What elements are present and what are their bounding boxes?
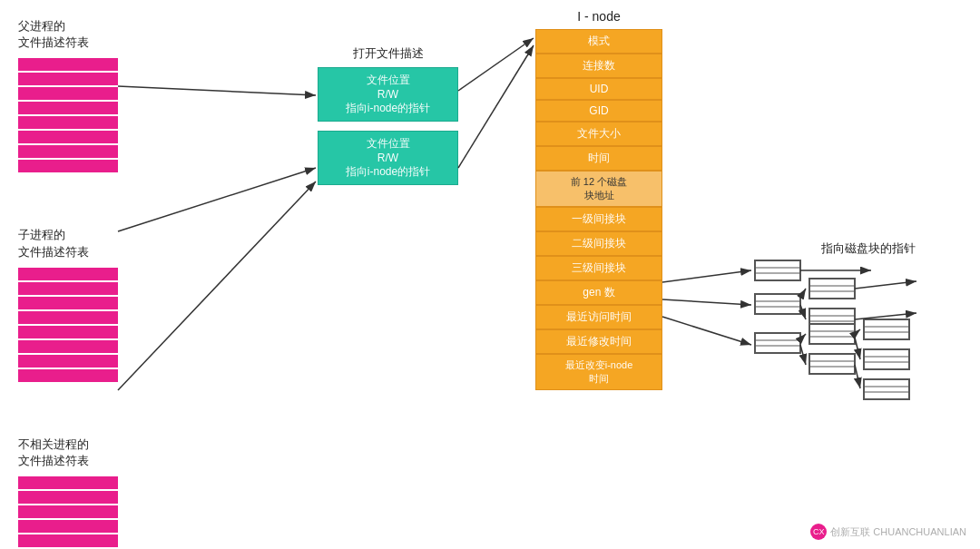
svg-rect-18 xyxy=(809,354,855,374)
svg-line-35 xyxy=(458,45,534,168)
child-fd-label: 子进程的文件描述符表 xyxy=(18,227,89,260)
fd-row xyxy=(18,311,118,324)
fd-row xyxy=(18,131,118,143)
svg-line-36 xyxy=(662,270,751,282)
disk-block-level2a xyxy=(753,292,808,321)
fd-row xyxy=(18,491,118,504)
disk-block-level3-sub1 xyxy=(808,322,862,351)
svg-line-38 xyxy=(662,317,751,345)
svg-rect-6 xyxy=(809,279,855,299)
inode-modify-time: 最近修改时间 xyxy=(535,329,662,354)
fd-row xyxy=(18,505,118,518)
disk-pointer-label: 指向磁盘块的指针 xyxy=(821,240,916,257)
open-file-section: 打开文件描述 文件位置 R/W 指向i-node的指针 文件位置 R/W 指向i… xyxy=(318,45,458,185)
unrelated-fd-table xyxy=(18,476,118,549)
svg-rect-27 xyxy=(864,379,909,399)
fd-row xyxy=(18,102,118,114)
svg-rect-24 xyxy=(864,349,909,369)
svg-rect-12 xyxy=(755,333,800,353)
fd-row xyxy=(18,355,118,368)
inode-access-time: 最近访问时间 xyxy=(535,305,662,329)
fd-row xyxy=(18,73,118,85)
watermark-text: 创新互联 CHUANCHUANLIAN xyxy=(830,525,966,539)
unrelated-fd-group: 不相关进程的文件描述符表 xyxy=(18,436,118,549)
diagram-container: 父进程的文件描述符表 子进程的文件描述符表 xyxy=(0,0,980,549)
inode-title: I - node xyxy=(535,9,662,24)
fd-row xyxy=(18,297,118,309)
open-file-inode-ptr-1: 指向i-node的指针 xyxy=(326,101,450,116)
fd-row xyxy=(18,476,118,489)
fd-row xyxy=(18,369,118,382)
inode-change-time: 最近改变i-node时间 xyxy=(535,354,662,390)
parent-fd-table xyxy=(18,58,118,172)
fd-row xyxy=(18,145,118,158)
inode-level1: 一级间接块 xyxy=(535,207,662,231)
disk-block-level1 xyxy=(753,259,808,288)
disk-block-level3-subsub2 xyxy=(862,348,916,377)
svg-rect-3 xyxy=(755,294,800,314)
unrelated-fd-label: 不相关进程的文件描述符表 xyxy=(18,436,89,469)
svg-line-32 xyxy=(118,168,316,231)
open-file-inode-ptr-2: 指向i-node的指针 xyxy=(326,164,450,180)
inode-table: 模式 连接数 UID GID 文件大小 时间 前 12 个磁盘块地址 一级间接块… xyxy=(535,29,662,390)
inode-links: 连接数 xyxy=(535,54,662,78)
open-file-rw-2: R/W xyxy=(326,152,450,164)
inode-level3: 三级间接块 xyxy=(535,256,662,280)
inode-uid: UID xyxy=(535,78,662,100)
fd-row xyxy=(18,160,118,172)
fd-row xyxy=(18,282,118,295)
inode-disk-addr: 前 12 个磁盘块地址 xyxy=(535,171,662,207)
open-file-position-1: 文件位置 xyxy=(326,73,450,88)
svg-line-42 xyxy=(855,281,916,289)
child-fd-group: 子进程的文件描述符表 xyxy=(18,227,118,381)
parent-fd-group: 父进程的文件描述符表 xyxy=(18,18,118,172)
fd-row xyxy=(18,520,118,533)
inode-gid: GID xyxy=(535,100,662,122)
fd-row xyxy=(18,340,118,353)
inode-gen: gen 数 xyxy=(535,280,662,305)
inode-time: 时间 xyxy=(535,146,662,171)
inode-level2: 二级间接块 xyxy=(535,231,662,256)
disk-block-level2-sub1 xyxy=(808,277,862,306)
svg-rect-21 xyxy=(864,319,909,339)
svg-line-37 xyxy=(662,299,751,305)
watermark: CX 创新互联 CHUANCHUANLIAN xyxy=(810,524,966,540)
disk-block-level3 xyxy=(753,331,808,360)
arrows-overlay xyxy=(0,0,980,549)
inode-section: I - node 模式 连接数 UID GID 文件大小 时间 前 12 个磁盘… xyxy=(535,9,662,390)
fd-row xyxy=(18,116,118,129)
open-file-label: 打开文件描述 xyxy=(318,45,458,62)
fd-row xyxy=(18,534,118,547)
open-file-entry-2: 文件位置 R/W 指向i-node的指针 xyxy=(318,131,458,185)
svg-rect-15 xyxy=(809,324,855,344)
open-file-entry-1: 文件位置 R/W 指向i-node的指针 xyxy=(318,67,458,122)
svg-line-34 xyxy=(458,38,534,91)
fd-row xyxy=(18,268,118,280)
fd-tables-column: 父进程的文件描述符表 子进程的文件描述符表 xyxy=(18,18,118,549)
child-fd-table xyxy=(18,268,118,382)
inode-filesize: 文件大小 xyxy=(535,122,662,146)
svg-line-33 xyxy=(118,181,316,390)
open-file-rw-1: R/W xyxy=(326,88,450,101)
disk-block-level3-sub2 xyxy=(808,352,862,381)
watermark-icon: CX xyxy=(810,524,827,540)
open-file-position-2: 文件位置 xyxy=(326,136,450,152)
fd-row xyxy=(18,87,118,100)
fd-row xyxy=(18,326,118,338)
disk-block-level3-subsub3 xyxy=(862,377,916,407)
open-file-table: 文件位置 R/W 指向i-node的指针 文件位置 R/W 指向i-node的指… xyxy=(318,67,458,185)
parent-fd-label: 父进程的文件描述符表 xyxy=(18,18,89,51)
fd-row xyxy=(18,58,118,71)
svg-rect-0 xyxy=(755,260,800,280)
svg-line-31 xyxy=(118,86,316,95)
disk-block-level3-subsub1 xyxy=(862,318,916,347)
inode-mode: 模式 xyxy=(535,29,662,54)
